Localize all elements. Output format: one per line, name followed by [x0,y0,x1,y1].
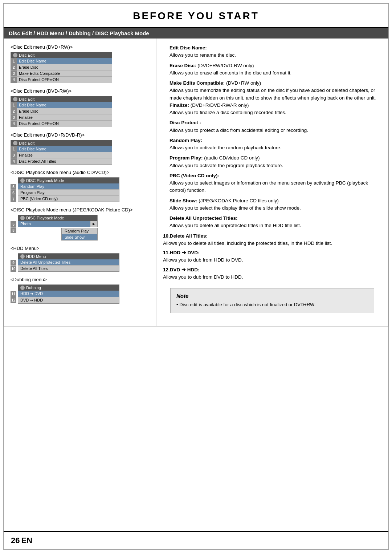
menu-rows-disc-audio: Random Play Program Play PBC (Video CD o… [18,183,119,202]
item-label: Slide Show: [170,198,197,203]
list-item-6: Program Play: (audio CD/video CD only) A… [170,154,381,169]
item-label: PBC (Video CD only): [170,173,219,178]
side-num-badge: 5 [11,184,16,190]
disc-icon [20,178,25,183]
note-bullet-icon: • [176,302,179,307]
list-item-7: PBC (Video CD only): Allows you to selec… [170,172,381,194]
item-extra-suffix: (DVD+R/DVD-RW/-R only) [191,102,249,108]
menu-row: Photo ► [18,221,97,227]
submenu-wrapper: Random Play Slide Show [18,227,98,240]
menu-row: PBC (Video CD only) [18,196,119,202]
row-text: Edit Disc Name [17,146,112,152]
row-num: 1 [11,102,17,108]
note-title: Note [176,293,368,299]
side-num-badge: 6 [11,190,16,196]
item-label: Random Play: [170,138,202,143]
menu-row: DVD ⇒ HDD [18,297,119,303]
item-11: 11.HDD ➔ DVD: Allows you to dub from HDD… [163,249,381,264]
item-label: Delete All Unprotected Titles: [170,215,238,221]
side-nums-dubbing: 11 12 [11,291,16,303]
menu-rows-dvdrw: 1 Edit Disc Name 2 Erase Disc 3 Make Edi… [11,58,112,83]
row-text: Edit Disc Name [17,58,112,64]
menu-title-hdd: HDD Menu [18,254,119,259]
menu-box-dvdrw: Disc Edit 1 Edit Disc Name 2 Erase Disc … [11,52,112,83]
disc-playback-jpeg-wrapper: 5 8 DISC Playback Mode Photo [11,215,150,240]
menu-row: Delete All Titles [18,266,119,271]
row-text: Program Play [18,190,119,195]
right-column: Edit Disc Name: Allows you to rename the… [156,39,388,326]
note-bullet-text: Disc edit is available for a disc which … [179,302,315,307]
side-num-badge: 8 [11,227,16,233]
menu-row: Delete All Unprotected Titles [18,259,119,266]
item-label: Erase Disc: [170,63,196,68]
menu-label-dvdrw2: <Disc Edit menu (DVD-RW)> [11,88,150,94]
submenu-item-selected: Slide Show [62,234,97,240]
disc-icon [20,216,25,220]
side-num-badge: 7 [11,196,16,202]
menu-rows-disc-jpeg: Photo ► [18,221,97,227]
menu-box-disc-jpeg: DISC Playback Mode Photo ► [18,215,98,227]
page-en-label: EN [21,536,32,545]
menu-label-dubbing: <Dubbing menu> [11,277,150,282]
row-num: 1 [11,146,17,152]
row-num: 3 [11,114,17,120]
item-label: 10.Delete All Titles: [163,233,208,239]
row-text: Disc Protect OFF⇔ON [17,77,112,83]
side-nums-hdd: 9 10 [11,260,16,272]
list-item-4: Disc Protect : Allows you to protect a d… [170,119,381,134]
list-item-2: Erase Disc: (DVD+RW/DVD-RW only) Allows … [170,62,381,77]
menu-label-hdd: <HDD Menu> [11,246,150,251]
menu-row: 1 Edit Disc Name [11,58,112,64]
menu-rows-dvdr: 1 Edit Disc Name 3 Finalize 4 Disc Prote… [11,146,112,164]
item-label: 11.HDD ➔ DVD: [163,250,200,255]
item-body: Allows you to dub from HDD to DVD. [163,257,243,263]
row-num: 3 [11,70,17,76]
menu-title-dvdr: Disc Edit [11,140,112,146]
item-suffix: (audio CD/video CD only) [204,155,260,161]
page-footer: 26 EN [4,531,388,549]
content-area: BEFORE YOU START Disc Edit / HDD Menu / … [4,4,388,531]
item-body: Allows you to activate the random playba… [170,145,281,150]
list-item-3: Make Edits Compatible: (DVD+RW only) All… [170,80,381,116]
arrow-icon: ► [90,221,97,227]
row-text: Finalize [17,114,112,120]
item-body: Allows you to select images or informati… [170,180,368,193]
page-title: BEFORE YOU START [4,4,388,28]
item-extra-body: Allows you to finalize a disc containing… [170,110,286,115]
menu-rows-dvdrw2: 1 Edit Disc Name 2 Erase Disc 3 Finalize [11,102,112,127]
menu-row: 4 Disc Protect OFF⇔ON [11,77,112,83]
item-12: 12.DVD ➔ HDD: Allows you to dub from DVD… [163,266,381,281]
menu-box-dvdrw2: Disc Edit 1 Edit Disc Name 2 Erase Disc … [11,96,112,127]
item-body: Allows you to delete all unprotected tit… [170,223,301,228]
row-num: 4 [11,77,17,83]
menu-row: HDD ➔ DVD [18,291,119,297]
menu-row: Random Play [18,183,119,190]
hdd-menu-wrapper: 9 10 HDD Menu Delete All Unprotected Tit… [11,253,150,272]
row-num: 3 [11,152,17,158]
side-num-badge: 10 [11,266,16,272]
item-suffix: (DVD+RW only) [226,80,261,86]
menu-label-dvdr: <Disc Edit menu (DVD+R/DVD-R)> [11,132,150,138]
menu-box-dvdr: Disc Edit 1 Edit Disc Name 3 Finalize 4 [11,140,112,165]
item-body: Allows you to protect a disc from accide… [170,128,308,133]
menu-title-dubbing: Dubbing [18,285,119,291]
menu-row: 1 Edit Disc Name [11,102,112,108]
item-suffix: (JPEG/KODAK Picture CD files only) [199,198,279,203]
menu-row: 2 Erase Disc [11,108,112,114]
row-text: Erase Disc [17,108,112,114]
list-item-8: Slide Show: (JPEG/KODAK Picture CD files… [170,197,381,212]
row-text: DVD ⇒ HDD [18,297,119,303]
page-wrapper: BEFORE YOU START Disc Edit / HDD Menu / … [3,3,389,550]
menu-box-disc-audio: DISC Playback Mode Random Play Program P… [18,177,119,202]
row-text: Disc Protect All Titles [17,158,112,164]
section-header: Disc Edit / HDD Menu / Dubbing / DISC Pl… [4,28,388,39]
item-label: 12.DVD ➔ HDD: [163,267,200,272]
menu-row: 3 Finalize [11,114,112,121]
row-text: Photo [18,221,90,227]
row-text: Edit Disc Name [17,102,112,108]
item-10: 10.Delete All Titles: Allows you to dele… [163,232,381,247]
item-label: Edit Disc Name: [170,45,207,50]
side-nums-jpeg: 5 8 [11,221,16,233]
menu-row: Program Play [18,190,119,196]
note-box: Note • Disc edit is available for a disc… [170,288,374,313]
